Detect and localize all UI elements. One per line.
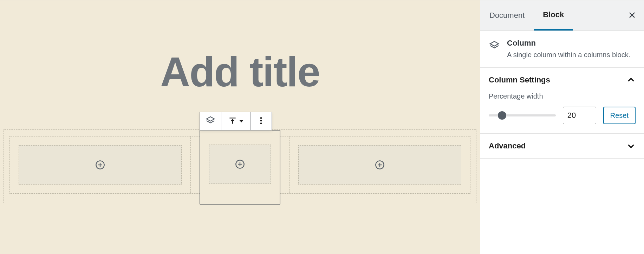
block-card-description: A single column within a columns block. [507, 50, 630, 60]
vertical-align-button[interactable] [221, 112, 250, 130]
block-type-button[interactable] [200, 112, 221, 130]
column-settings-body: Percentage width Reset [480, 92, 644, 133]
reset-button[interactable]: Reset [603, 107, 636, 124]
block-card: Column A single column within a columns … [480, 31, 644, 68]
percentage-width-input[interactable] [563, 107, 596, 124]
close-icon [628, 11, 636, 20]
tab-document[interactable]: Document [480, 0, 534, 31]
add-block-placeholder[interactable] [209, 145, 271, 184]
percentage-width-label: Percentage width [489, 92, 636, 100]
advanced-toggle[interactable]: Advanced [480, 134, 644, 158]
sidebar-header: Document Block [480, 0, 644, 31]
column-3[interactable] [289, 136, 470, 193]
percentage-width-slider[interactable] [489, 112, 556, 119]
svg-point-6 [260, 120, 262, 122]
sidebar-tabs: Document Block [480, 0, 625, 31]
settings-sidebar: Document Block Column A single column wi… [480, 0, 644, 254]
slider-thumb[interactable] [498, 111, 506, 120]
chevron-up-icon [626, 75, 636, 85]
column-1[interactable] [10, 136, 191, 193]
column-2-selected[interactable] [200, 130, 280, 205]
tab-block[interactable]: Block [534, 0, 573, 31]
chevron-down-icon [239, 120, 243, 122]
post-title-input[interactable]: Add title [0, 51, 480, 93]
block-toolbar [200, 112, 272, 131]
panel-title: Column Settings [489, 75, 550, 85]
editor-canvas: Add title [0, 0, 480, 254]
add-block-placeholder[interactable] [19, 145, 182, 185]
more-options-button[interactable] [251, 112, 272, 130]
plus-circle-icon [375, 160, 385, 170]
column-icon [489, 39, 500, 53]
svg-point-7 [260, 122, 262, 124]
close-sidebar-button[interactable] [625, 0, 639, 31]
svg-point-5 [260, 117, 262, 119]
column-icon [205, 115, 216, 127]
columns-inner [9, 136, 470, 194]
vertical-align-top-icon [228, 116, 237, 126]
plus-circle-icon [235, 159, 245, 169]
columns-block[interactable] [4, 129, 476, 203]
add-block-placeholder[interactable] [298, 145, 461, 185]
more-vertical-icon [256, 116, 266, 126]
panel-title: Advanced [489, 141, 526, 151]
chevron-down-icon [626, 141, 636, 151]
block-card-title: Column [507, 39, 630, 48]
column-settings-toggle[interactable]: Column Settings [480, 68, 644, 92]
plus-circle-icon [95, 160, 105, 170]
